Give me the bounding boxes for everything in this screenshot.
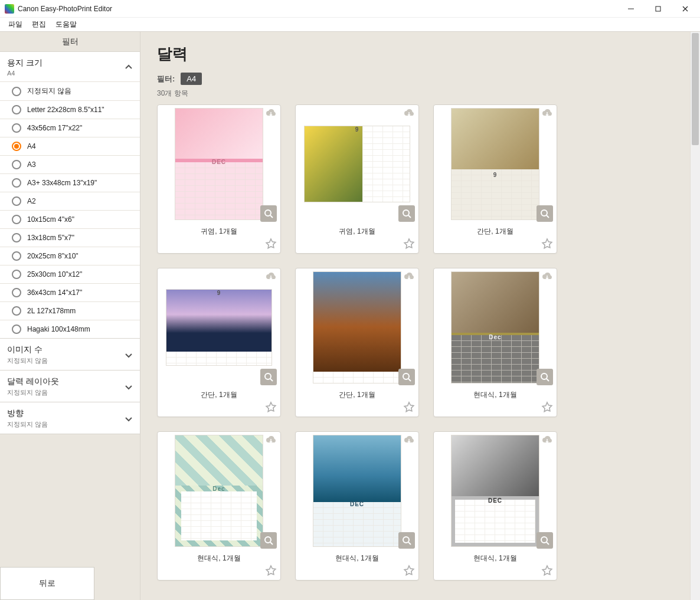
paper-size-option[interactable]: A3 [0,156,140,174]
template-card[interactable]: 9 간단, 1개월 [433,104,557,254]
template-title: 현대식, 1개월 [434,550,557,565]
favorite-button[interactable] [265,401,277,413]
scrollbar-thumb[interactable] [692,33,699,145]
zoom-button[interactable] [537,532,553,549]
back-button[interactable]: 뒤로 [0,567,94,600]
content-scroll[interactable]: 달력 필터: A4 30개 항목 DEC 귀염, 1개월 [140,32,690,600]
template-preview: Dec [175,435,263,547]
download-icon[interactable] [403,109,415,118]
filter-paper-size-label: 용지 크기 [7,58,125,68]
svg-point-2 [403,210,409,216]
template-card[interactable]: DEC 현대식, 1개월 [295,431,419,581]
window-maximize-button[interactable] [645,0,672,18]
template-title: 귀염, 1개월 [158,223,280,238]
template-card[interactable]: Dec 현대식, 1개월 [433,268,557,417]
zoom-button[interactable] [260,205,277,222]
favorite-button[interactable] [403,565,415,576]
window-close-button[interactable] [672,0,699,18]
menu-help[interactable]: 도움말 [52,19,80,29]
template-card[interactable]: 9 귀염, 1개월 [295,104,419,254]
template-title: 현대식, 1개월 [296,550,418,565]
paper-size-option[interactable]: Letter 22x28cm 8.5"x11" [0,101,140,119]
radio-icon [12,324,21,334]
radio-icon [12,215,21,224]
zoom-button[interactable] [398,205,415,222]
title-bar: Canon Easy-PhotoPrint Editor [0,0,700,18]
paper-size-option[interactable]: A2 [0,192,140,211]
radio-icon [12,233,21,242]
paper-size-option[interactable]: A3+ 33x48cm 13"x19" [0,174,140,192]
filter-orientation-header[interactable]: 방향 지정되지 않음 [0,402,140,434]
template-card[interactable]: 간단, 1개월 [295,268,419,417]
filter-image-count-label: 이미지 수 [7,345,125,355]
zoom-button[interactable] [398,532,415,549]
download-icon[interactable] [265,272,277,281]
favorite-button[interactable] [403,238,415,250]
download-icon[interactable] [541,272,553,281]
template-preview: DEC [451,435,539,547]
paper-size-option[interactable]: 지정되지 않음 [0,82,140,101]
filter-image-count: 이미지 수 지정되지 않음 [0,339,140,371]
radio-icon [12,306,21,316]
filter-calendar-layout-header[interactable]: 달력 레이아웃 지정되지 않음 [0,371,140,402]
zoom-button[interactable] [537,205,553,222]
download-icon[interactable] [541,435,553,445]
menu-edit[interactable]: 편집 [28,19,50,29]
paper-size-option-label: 20x25cm 8"x10" [27,252,78,260]
paper-size-option[interactable]: 20x25cm 8"x10" [0,247,140,265]
template-calendar-placeholder [452,496,539,546]
download-icon[interactable] [403,272,415,281]
download-icon[interactable] [403,435,415,445]
zoom-button[interactable] [260,532,277,549]
active-filter-chip[interactable]: A4 [181,73,202,85]
sidebar-spacer [0,434,140,567]
radio-icon [12,196,21,206]
vertical-scrollbar[interactable] [690,32,700,600]
paper-size-option[interactable]: Hagaki 100x148mm [0,320,140,338]
template-card[interactable]: Dec 현대식, 1개월 [157,431,281,581]
favorite-button[interactable] [265,238,277,250]
paper-size-option[interactable]: 36x43cm 14"x17" [0,284,140,302]
paper-size-option[interactable]: 10x15cm 4"x6" [0,211,140,229]
filter-orientation: 방향 지정되지 않음 [0,402,140,434]
template-preview: 9 [304,126,410,202]
filter-image-count-header[interactable]: 이미지 수 지정되지 않음 [0,339,140,370]
paper-size-option-label: 10x15cm 4"x6" [27,215,74,224]
svg-point-3 [541,210,547,216]
paper-size-option[interactable]: 43x56cm 17"x22" [0,119,140,137]
card-actions [434,565,557,580]
paper-size-options: 지정되지 않음Letter 22x28cm 8.5"x11"43x56cm 17… [0,81,140,338]
favorite-button[interactable] [265,565,277,576]
filter-paper-size-header[interactable]: 용지 크기 A4 [0,52,140,81]
paper-size-option[interactable]: 2L 127x178mm [0,302,140,320]
favorite-button[interactable] [541,401,553,413]
zoom-button[interactable] [537,369,553,385]
favorite-button[interactable] [403,401,415,413]
zoom-button[interactable] [260,369,277,385]
template-card[interactable]: DEC 현대식, 1개월 [433,431,557,581]
svg-point-8 [403,537,409,543]
chevron-up-icon [125,63,133,71]
paper-size-option-label: 지정되지 않음 [27,86,71,96]
radio-icon [12,178,21,188]
download-icon[interactable] [265,109,277,118]
download-icon[interactable] [541,109,553,118]
menu-file[interactable]: 파일 [5,19,26,29]
template-preview: 9 [166,289,272,366]
template-preview: DEC [313,435,401,547]
paper-size-option[interactable]: 25x30cm 10"x12" [0,265,140,284]
template-card[interactable]: DEC 귀염, 1개월 [157,104,281,254]
template-card[interactable]: 9 간단, 1개월 [157,268,281,417]
template-preview: DEC [175,108,263,220]
paper-size-option[interactable]: 13x18cm 5"x7" [0,229,140,247]
download-icon[interactable] [265,435,277,445]
paper-size-option[interactable]: A4 [0,137,140,156]
window-minimize-button[interactable] [617,0,645,18]
favorite-button[interactable] [541,238,553,250]
card-actions [434,238,557,253]
template-photo-placeholder [175,109,263,159]
zoom-button[interactable] [398,369,415,385]
result-count: 30개 항목 [157,88,677,99]
template-calendar-placeholder [175,159,263,219]
favorite-button[interactable] [541,565,553,576]
